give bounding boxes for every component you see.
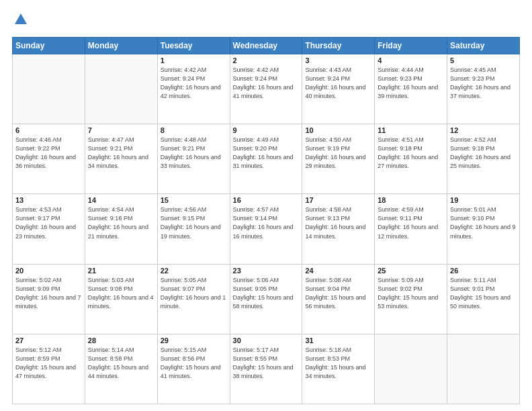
day-number: 5 (450, 56, 517, 64)
calendar-cell: 13Sunrise: 4:53 AMSunset: 9:17 PMDayligh… (13, 194, 85, 264)
calendar-cell: 27Sunrise: 5:12 AMSunset: 8:59 PMDayligh… (13, 334, 85, 404)
day-number: 14 (88, 196, 154, 204)
logo (12, 12, 28, 30)
svg-marker-0 (15, 13, 27, 24)
day-info: Sunrise: 4:58 AMSunset: 9:13 PMDaylight:… (305, 205, 371, 240)
day-info: Sunrise: 4:52 AMSunset: 9:18 PMDaylight:… (450, 136, 517, 171)
calendar-cell: 24Sunrise: 5:08 AMSunset: 9:04 PMDayligh… (302, 264, 375, 334)
day-info: Sunrise: 4:59 AMSunset: 9:11 PMDaylight:… (378, 205, 444, 240)
day-number: 8 (161, 126, 227, 134)
calendar-header-friday: Friday (375, 38, 447, 54)
day-info: Sunrise: 4:48 AMSunset: 9:21 PMDaylight:… (161, 136, 227, 171)
day-info: Sunrise: 4:51 AMSunset: 9:18 PMDaylight:… (378, 136, 444, 171)
day-info: Sunrise: 5:14 AMSunset: 8:58 PMDaylight:… (88, 346, 154, 381)
day-number: 2 (233, 56, 300, 64)
day-number: 4 (378, 56, 444, 64)
day-number: 15 (161, 196, 227, 204)
calendar-cell: 9Sunrise: 4:49 AMSunset: 9:20 PMDaylight… (230, 124, 302, 194)
calendar-cell: 26Sunrise: 5:11 AMSunset: 9:01 PMDayligh… (447, 264, 520, 334)
day-info: Sunrise: 5:01 AMSunset: 9:10 PMDaylight:… (450, 205, 517, 240)
day-number: 18 (378, 196, 444, 204)
day-number: 24 (305, 267, 371, 275)
day-info: Sunrise: 4:42 AMSunset: 9:24 PMDaylight:… (161, 66, 227, 101)
calendar-cell: 30Sunrise: 5:17 AMSunset: 8:55 PMDayligh… (230, 334, 302, 404)
calendar-header-monday: Monday (85, 38, 157, 54)
day-number: 19 (450, 196, 517, 204)
logo-icon (13, 12, 28, 27)
day-number: 17 (305, 196, 371, 204)
day-number: 31 (305, 336, 371, 345)
calendar-cell: 4Sunrise: 4:44 AMSunset: 9:23 PMDaylight… (375, 54, 447, 124)
day-number: 9 (233, 126, 300, 134)
calendar-cell: 6Sunrise: 4:46 AMSunset: 9:22 PMDaylight… (13, 124, 85, 194)
calendar-cell: 14Sunrise: 4:54 AMSunset: 9:16 PMDayligh… (85, 194, 157, 264)
day-number: 13 (15, 196, 82, 204)
day-number: 20 (15, 267, 82, 275)
day-info: Sunrise: 5:05 AMSunset: 9:07 PMDaylight:… (161, 276, 227, 311)
day-info: Sunrise: 4:44 AMSunset: 9:23 PMDaylight:… (378, 66, 444, 101)
day-info: Sunrise: 5:17 AMSunset: 8:55 PMDaylight:… (233, 346, 300, 381)
logo-text (12, 12, 28, 30)
calendar-cell: 2Sunrise: 4:42 AMSunset: 9:24 PMDaylight… (230, 54, 302, 124)
day-info: Sunrise: 4:57 AMSunset: 9:14 PMDaylight:… (233, 205, 300, 240)
day-number: 16 (233, 196, 300, 204)
day-number: 6 (15, 126, 82, 134)
calendar-week-row: 6Sunrise: 4:46 AMSunset: 9:22 PMDaylight… (13, 124, 520, 194)
calendar-week-row: 20Sunrise: 5:02 AMSunset: 9:09 PMDayligh… (13, 264, 520, 334)
day-info: Sunrise: 4:47 AMSunset: 9:21 PMDaylight:… (88, 136, 154, 171)
calendar-cell: 22Sunrise: 5:05 AMSunset: 9:07 PMDayligh… (157, 264, 230, 334)
day-info: Sunrise: 5:18 AMSunset: 8:53 PMDaylight:… (305, 346, 371, 381)
calendar-header-tuesday: Tuesday (157, 38, 230, 54)
day-number: 26 (450, 267, 517, 275)
day-info: Sunrise: 5:09 AMSunset: 9:02 PMDaylight:… (378, 276, 444, 311)
calendar-table: SundayMondayTuesdayWednesdayThursdayFrid… (12, 37, 520, 404)
calendar-cell: 23Sunrise: 5:06 AMSunset: 9:05 PMDayligh… (230, 264, 302, 334)
day-info: Sunrise: 4:43 AMSunset: 9:24 PMDaylight:… (305, 66, 371, 101)
calendar-cell: 7Sunrise: 4:47 AMSunset: 9:21 PMDaylight… (85, 124, 157, 194)
calendar-cell: 8Sunrise: 4:48 AMSunset: 9:21 PMDaylight… (157, 124, 230, 194)
calendar-cell (375, 334, 447, 404)
day-number: 11 (378, 126, 444, 134)
calendar-cell: 16Sunrise: 4:57 AMSunset: 9:14 PMDayligh… (230, 194, 302, 264)
page: SundayMondayTuesdayWednesdayThursdayFrid… (0, 0, 532, 411)
calendar-header-thursday: Thursday (302, 38, 375, 54)
calendar-cell (85, 54, 157, 124)
calendar-cell: 28Sunrise: 5:14 AMSunset: 8:58 PMDayligh… (85, 334, 157, 404)
day-number: 25 (378, 267, 444, 275)
calendar-week-row: 13Sunrise: 4:53 AMSunset: 9:17 PMDayligh… (13, 194, 520, 264)
calendar-cell: 11Sunrise: 4:51 AMSunset: 9:18 PMDayligh… (375, 124, 447, 194)
day-info: Sunrise: 5:06 AMSunset: 9:05 PMDaylight:… (233, 276, 300, 311)
day-info: Sunrise: 4:54 AMSunset: 9:16 PMDaylight:… (88, 205, 154, 240)
day-info: Sunrise: 4:42 AMSunset: 9:24 PMDaylight:… (233, 66, 300, 101)
day-info: Sunrise: 5:12 AMSunset: 8:59 PMDaylight:… (15, 346, 82, 381)
calendar-cell: 12Sunrise: 4:52 AMSunset: 9:18 PMDayligh… (447, 124, 520, 194)
day-number: 21 (88, 267, 154, 275)
calendar-cell: 10Sunrise: 4:50 AMSunset: 9:19 PMDayligh… (302, 124, 375, 194)
day-number: 23 (233, 267, 300, 275)
day-number: 22 (161, 267, 227, 275)
calendar-header-saturday: Saturday (447, 38, 520, 54)
day-info: Sunrise: 4:56 AMSunset: 9:15 PMDaylight:… (161, 205, 227, 240)
calendar-cell: 25Sunrise: 5:09 AMSunset: 9:02 PMDayligh… (375, 264, 447, 334)
calendar-cell: 3Sunrise: 4:43 AMSunset: 9:24 PMDaylight… (302, 54, 375, 124)
calendar-week-row: 1Sunrise: 4:42 AMSunset: 9:24 PMDaylight… (13, 54, 520, 124)
day-info: Sunrise: 5:15 AMSunset: 8:56 PMDaylight:… (161, 346, 227, 381)
calendar-header-sunday: Sunday (13, 38, 85, 54)
calendar-cell: 20Sunrise: 5:02 AMSunset: 9:09 PMDayligh… (13, 264, 85, 334)
day-info: Sunrise: 4:50 AMSunset: 9:19 PMDaylight:… (305, 136, 371, 171)
day-info: Sunrise: 4:53 AMSunset: 9:17 PMDaylight:… (15, 205, 82, 240)
day-number: 12 (450, 126, 517, 134)
calendar-cell: 29Sunrise: 5:15 AMSunset: 8:56 PMDayligh… (157, 334, 230, 404)
day-info: Sunrise: 5:11 AMSunset: 9:01 PMDaylight:… (450, 276, 517, 311)
day-info: Sunrise: 5:03 AMSunset: 9:08 PMDaylight:… (88, 276, 154, 311)
day-number: 7 (88, 126, 154, 134)
day-number: 10 (305, 126, 371, 134)
calendar-week-row: 27Sunrise: 5:12 AMSunset: 8:59 PMDayligh… (13, 334, 520, 404)
day-number: 3 (305, 56, 371, 64)
day-info: Sunrise: 4:49 AMSunset: 9:20 PMDaylight:… (233, 136, 300, 171)
day-info: Sunrise: 4:46 AMSunset: 9:22 PMDaylight:… (15, 136, 82, 171)
day-number: 1 (161, 56, 227, 64)
day-number: 28 (88, 336, 154, 345)
day-number: 27 (15, 336, 82, 345)
calendar-cell: 17Sunrise: 4:58 AMSunset: 9:13 PMDayligh… (302, 194, 375, 264)
